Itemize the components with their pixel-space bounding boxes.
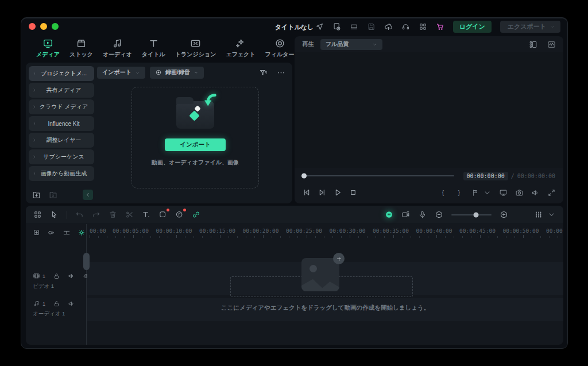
delete-folder-icon[interactable]	[49, 191, 57, 199]
ai-audio-tool[interactable]	[175, 210, 184, 219]
collapse-sidebar-button[interactable]	[83, 190, 93, 200]
toolbox-icon[interactable]	[33, 210, 42, 219]
import-caption: 動画、オーディオファイル、画像	[152, 159, 239, 167]
next-frame-icon[interactable]	[318, 188, 327, 197]
transition-tab-icon	[190, 38, 201, 49]
titlebar: タイトルなし ログイン エクスポート	[21, 18, 567, 35]
sidebar-item-adjustment-layer[interactable]: 調整レイヤー	[29, 133, 94, 148]
mark-out-icon[interactable]: }	[455, 188, 463, 197]
volume-icon[interactable]	[531, 188, 540, 197]
ruler-tick	[263, 235, 264, 238]
tab-media[interactable]: メディア	[36, 38, 60, 59]
import-dropdown[interactable]: インポート	[97, 67, 145, 79]
zoom-in-icon[interactable]	[500, 210, 508, 219]
panel-resize-handle[interactable]	[83, 253, 90, 270]
ruler-tick	[393, 235, 394, 238]
more-options-icon[interactable]	[277, 68, 285, 77]
ruler-tick	[332, 236, 333, 238]
workspace-grid-icon[interactable]	[419, 22, 427, 31]
stop-icon[interactable]	[349, 188, 358, 197]
ruler-tick	[540, 236, 541, 238]
import-dropzone[interactable]: インポート 動画、オーディオファイル、画像	[131, 87, 259, 188]
timeline-ruler[interactable]: 00:0000:00:05:0000:00:10:0000:00:15:0000…	[87, 224, 563, 239]
display-icon[interactable]	[499, 188, 508, 197]
zoom-slider-thumb[interactable]	[474, 212, 479, 217]
record-dropdown[interactable]: 録画/録音	[150, 67, 204, 79]
layout-grid-icon[interactable]	[529, 40, 537, 49]
chevron-down-icon[interactable]	[483, 188, 492, 197]
auto-ripple-icon[interactable]	[78, 229, 86, 237]
new-folder-icon[interactable]	[32, 191, 41, 199]
playback-scrubber[interactable]	[303, 175, 454, 176]
tab-title[interactable]: タイトル	[142, 38, 165, 59]
ai-copilot-icon[interactable]	[385, 210, 393, 219]
marker-icon[interactable]	[471, 188, 479, 197]
track-manage-icon[interactable]	[535, 210, 543, 219]
redo-icon[interactable]	[92, 210, 100, 219]
play-icon[interactable]	[333, 188, 342, 197]
video-track-count: 1	[42, 273, 45, 279]
clip-link-icon[interactable]	[48, 229, 56, 237]
chevron-right-icon	[32, 121, 37, 126]
mute-track-icon[interactable]	[68, 300, 75, 307]
split-icon[interactable]	[125, 210, 134, 219]
tab-stock[interactable]: ストック	[69, 38, 93, 59]
mark-in-icon[interactable]: {	[439, 188, 447, 197]
text-tool-icon[interactable]	[142, 210, 150, 219]
video-scope-icon[interactable]	[547, 40, 556, 49]
scrubber-handle[interactable]	[301, 174, 307, 179]
delete-icon[interactable]	[109, 210, 117, 219]
ruler-tick	[419, 236, 420, 238]
mask-tool[interactable]	[158, 210, 167, 219]
sidebar-item-project-media[interactable]: プロジェクトメ...	[29, 66, 94, 81]
sidebar-item-shared-media[interactable]: 共有メディア	[29, 83, 94, 98]
ruler-tick	[115, 236, 116, 238]
export-button[interactable]: エクスポート	[500, 21, 560, 33]
lock-track-icon[interactable]	[53, 272, 60, 280]
login-button[interactable]: ログイン	[453, 21, 492, 33]
timeline-zoom-slider[interactable]	[451, 214, 492, 215]
filter-icon[interactable]	[259, 68, 268, 77]
fullscreen-icon[interactable]	[547, 188, 556, 197]
zoom-out-icon[interactable]	[435, 210, 443, 219]
cloud-upload-icon[interactable]	[384, 22, 393, 31]
touchbar-icon[interactable]	[350, 22, 358, 31]
mute-track-icon[interactable]	[68, 272, 75, 280]
project-file-icon[interactable]	[332, 22, 341, 31]
voiceover-mic-icon[interactable]	[418, 210, 427, 219]
ruler-tick	[489, 236, 489, 238]
sidebar-item-image-to-video[interactable]: 画像から動画生成	[29, 166, 94, 181]
sidebar-item-subsequence[interactable]: サブシーケンス	[29, 149, 94, 164]
ruler-tick	[150, 236, 151, 238]
preview-header: 再生 フル品質	[295, 36, 563, 52]
media-toolbar-right	[259, 68, 289, 77]
quality-dropdown[interactable]: フル品質	[320, 39, 382, 50]
media-content: インポート 録画/録音	[97, 66, 289, 200]
sidebar-item-cloud-media[interactable]: クラウド メディア	[29, 99, 94, 114]
support-icon[interactable]	[401, 22, 410, 31]
screen-record-icon[interactable]	[401, 210, 410, 219]
cart-icon[interactable]	[436, 22, 444, 31]
previous-frame-icon[interactable]	[302, 188, 311, 197]
lock-track-icon[interactable]	[53, 300, 60, 307]
import-button[interactable]: インポート	[165, 138, 225, 151]
tab-effects[interactable]: エフェクト	[226, 38, 255, 59]
track-lanes-icon[interactable]	[63, 229, 71, 237]
link-icon[interactable]	[192, 210, 200, 219]
tab-audio[interactable]: オーディオ	[103, 38, 132, 59]
snapshot-icon[interactable]	[515, 188, 524, 197]
tab-transition[interactable]: トランジション	[175, 38, 216, 59]
chevron-down-icon[interactable]	[547, 210, 556, 219]
ruler-tick	[229, 236, 229, 238]
tab-filters[interactable]: フィルター	[265, 38, 295, 59]
add-media-badge[interactable]	[333, 253, 345, 264]
undo-icon[interactable]	[75, 210, 84, 219]
add-clip-icon[interactable]	[33, 229, 41, 237]
ruler-tick	[315, 236, 316, 238]
select-tool[interactable]	[50, 210, 59, 219]
save-icon[interactable]	[367, 22, 376, 31]
promote-icon[interactable]	[315, 22, 324, 31]
sidebar-item-influence-kit[interactable]: Influence Kit	[29, 116, 94, 131]
ruler-tick	[506, 236, 506, 238]
ruler-tick	[514, 236, 515, 238]
